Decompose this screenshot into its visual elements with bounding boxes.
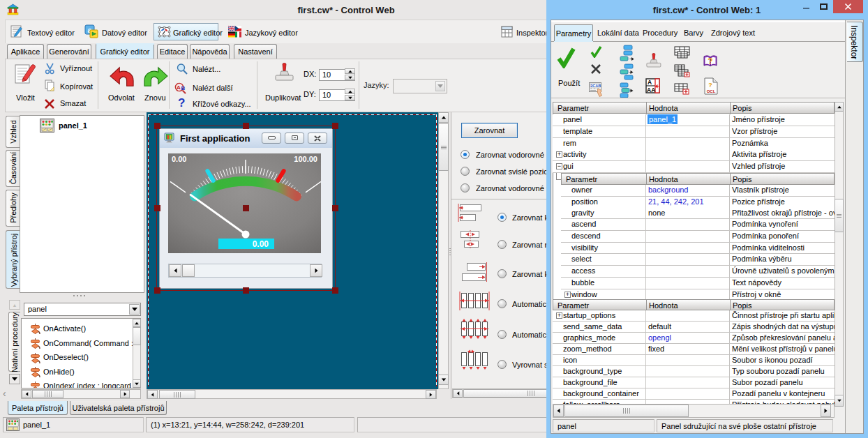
svg-text:?: ?: [708, 82, 712, 89]
svg-text:100.00: 100.00: [294, 155, 317, 163]
svg-text:2CAB: 2CAB: [590, 84, 601, 88]
svg-text:A: A: [177, 84, 181, 91]
svg-text:?: ?: [708, 56, 712, 66]
svg-text:0.00: 0.00: [172, 155, 186, 163]
svg-text:AA: AA: [647, 86, 655, 93]
svg-text:B: B: [181, 85, 186, 91]
svg-text:A: A: [648, 79, 652, 86]
svg-text:OCL: OCL: [707, 89, 716, 93]
